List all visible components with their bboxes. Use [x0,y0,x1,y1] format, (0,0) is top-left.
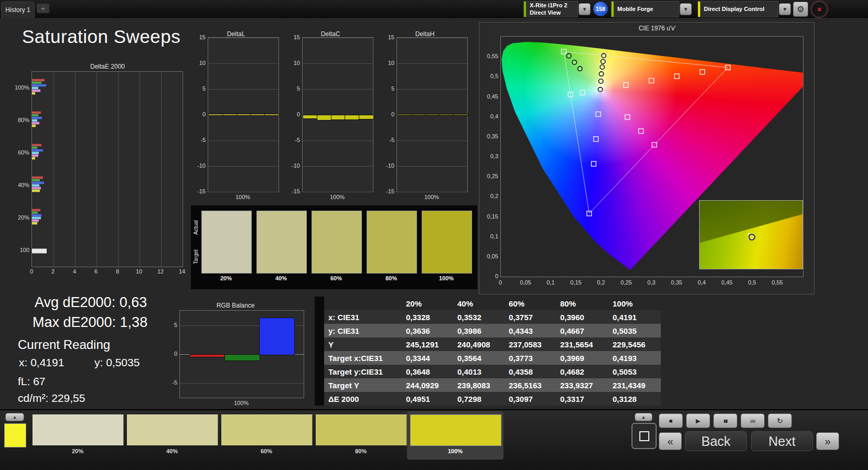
display-control-dropdown-button[interactable]: ▾ [779,3,791,15]
play-button[interactable]: ▶ [686,413,710,428]
saturation-tile-40%[interactable] [127,414,218,445]
measurement-point [600,65,604,69]
deltah-plot [397,37,468,192]
table-cell: 0,4343 [505,324,556,337]
infinity-icon: ∞ [750,417,755,425]
stop-measurement-button[interactable] [631,423,657,449]
table-cell: 245,1291 [402,337,453,351]
de-bar-yellow [32,222,37,225]
table-cell: 0,3648 [402,365,453,378]
close-button[interactable]: × [811,1,828,18]
source-dropdown[interactable]: Mobile Forge [611,1,679,17]
table-cell: 0,3344 [402,351,453,365]
y-tick-label: -10 [288,162,300,169]
y-tick-label: 0 [288,111,300,117]
continuous-measure-button[interactable]: ∞ [741,413,765,428]
display-control-dropdown[interactable]: Direct Display Control [698,1,778,17]
pause-button[interactable]: ▮▮ [713,413,737,428]
avg-de2000-readout: Avg dE2000: 0,63 [35,294,147,311]
bar-60% [425,114,441,116]
bar-20% [208,114,223,116]
deltal-chart-panel: DeltaL 151050-5-10-15100% [192,28,280,204]
rec709-gamut-triangle [564,52,728,214]
table-row: Target x:CIE310,33440,35640,37730,39690,… [315,351,661,365]
table-row: Y245,1291240,4908237,0583231,5654229,545… [315,337,661,351]
bottom-control-bar: ▲ ▲ ■ ▶ ▮▮ ∞ ↻ « Back Next » 20%40%60%80… [0,409,868,470]
saturation-tile-100%[interactable] [410,414,501,446]
y-tick-label: 10 [383,60,394,66]
y-group-label: 80% [15,117,29,123]
y-tick-label: 0,05 [481,253,498,259]
table-cell: 231,5654 [556,337,608,351]
table-cell: 0,4358 [505,365,556,378]
saturation-tile-label-80%: 80% [316,448,406,454]
row-label: x: CIE31 [324,310,402,324]
measurement-point [748,234,755,241]
row-label: Target y:CIE31 [324,365,402,378]
row-label: y: CIE31 [324,324,402,337]
deltae2000-chart-title: DeltaE 2000 [31,63,184,70]
pattern-window-expand-button[interactable]: ▲ [5,413,24,421]
stop-button[interactable]: ■ [659,413,683,428]
current-y-readout: y: 0,5035 [94,356,140,369]
up-arrow-icon: ▲ [13,415,17,420]
y-group-label: 40% [15,182,29,188]
gridline [180,383,304,384]
gridline [97,72,97,267]
table-cell: 229,5456 [608,337,661,351]
x-axis-label: 100% [302,194,372,200]
add-tab-button[interactable]: + [37,4,49,13]
target-point [592,161,596,166]
column-header-40%: 40% [453,297,505,310]
target-point [624,83,628,88]
gridline [397,192,467,192]
bar-40% [317,115,332,121]
meter-dropdown[interactable]: X-Rite i1Pro 2 Direct View [523,1,578,17]
x-tick-label: 0,15 [568,279,584,286]
app-window: { "topbar": { "history_tab": "History 1"… [0,0,868,470]
table-cell: 244,0929 [402,378,453,392]
table-row: Target y:CIE310,36480,40130,43580,46820,… [315,365,661,378]
row-strip [315,337,324,351]
gridline [397,166,467,167]
refresh-button[interactable]: ↻ [768,413,792,428]
de-bar-white [32,248,47,254]
chevron-left-double-icon: « [667,435,673,447]
meter-status-stripe [524,2,526,17]
comparison-swatch-60% [312,211,362,274]
gridline [75,72,76,267]
y-tick-label: 0,25 [481,173,498,179]
prev-page-button[interactable]: « [659,432,682,450]
de-bar-yellow [32,157,35,160]
next-page-button[interactable]: » [816,432,839,450]
saturation-tile-80%[interactable] [316,414,407,445]
y-tick-label: 5 [166,322,177,328]
y-tick-label: 15 [288,34,300,40]
controls-expand-button[interactable]: ▲ [635,413,652,421]
y-tick-label: 0,45 [481,93,498,100]
settings-button[interactable]: ⚙ [793,2,808,17]
gridline [303,166,373,167]
meter-dropdown-button[interactable]: ▾ [578,3,591,15]
y-tick-label: 10 [194,60,206,66]
saturation-tile-20%[interactable] [33,414,124,445]
current-pattern-swatch[interactable] [4,423,26,447]
table-cell: 239,8083 [453,378,505,392]
measurement-point [601,59,605,63]
current-x-readout: x: 0,4191 [19,356,64,369]
meter-label: X-Rite i1Pro 2 Direct View [530,2,567,17]
x-axis-label: 100% [179,400,303,406]
row-label: Y [324,337,402,351]
source-dropdown-button[interactable]: ▾ [680,3,692,15]
saturation-tile-60%[interactable] [221,414,313,445]
y-tick-label: 10 [288,60,300,66]
y-tick-label: 5 [383,85,394,92]
row-label: Target x:CIE31 [324,351,402,365]
x-tick-label: 0,25 [618,279,634,286]
back-button[interactable]: Back [685,431,747,451]
y-group-label: 20% [15,214,29,221]
next-button[interactable]: Next [751,431,813,451]
reading-count-badge[interactable]: 158 [593,2,608,16]
bar-40% [411,114,426,116]
tab-history-1[interactable]: History 1 [1,2,35,18]
